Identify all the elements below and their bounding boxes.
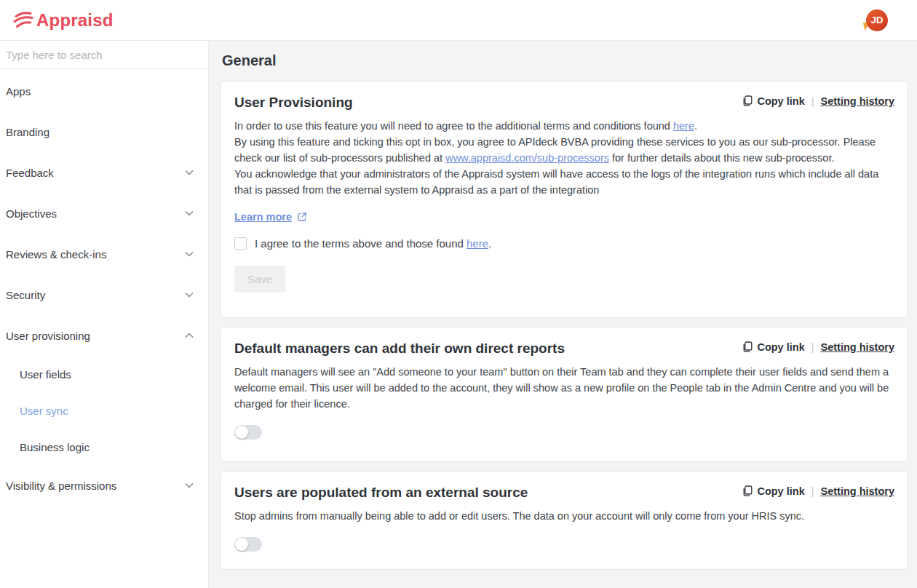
sidebar-item-label: Business logic <box>20 441 90 453</box>
chevron-down-icon <box>185 170 194 175</box>
card-description: Stop admins from manually being able to … <box>234 508 894 524</box>
settings-sidebar: Apps Branding Feedback Objectives Review… <box>0 41 209 588</box>
sidebar-item-apps[interactable]: Apps <box>0 71 208 111</box>
sidebar-item-label: Apps <box>6 85 31 98</box>
chevron-down-icon <box>185 251 194 257</box>
chevron-down-icon <box>185 292 194 298</box>
card-external-source: Users are populated from an external sou… <box>221 471 908 570</box>
sidebar-item-label: User fields <box>20 368 71 381</box>
app-header: Appraisd JD <box>0 0 917 41</box>
sidebar-item-user-fields[interactable]: User fields <box>0 356 208 392</box>
copy-link-button[interactable]: Copy link <box>742 485 804 497</box>
terms-paragraph-2: By using this feature and ticking this o… <box>234 134 894 166</box>
actions-divider: | <box>811 485 814 497</box>
terms-p1-text: In order to use this feature you will ne… <box>234 120 673 132</box>
terms-paragraph-1: In order to use this feature you will ne… <box>234 118 894 134</box>
sidebar-item-objectives[interactable]: Objectives <box>0 193 208 234</box>
sub-processors-link[interactable]: www.appraisd.com/sub-processors <box>445 152 609 164</box>
save-button[interactable]: Save <box>234 266 285 293</box>
sidebar-item-user-provisioning[interactable]: User provisioning <box>0 315 208 356</box>
agree-here-link[interactable]: here <box>467 237 488 250</box>
agree-row: I agree to the terms above and those fou… <box>234 237 894 250</box>
page-title: General <box>222 52 908 69</box>
card-user-provisioning: User Provisioning Copy link | Setting hi… <box>221 81 908 318</box>
user-avatar[interactable]: JD <box>866 9 888 31</box>
copy-link-label: Copy link <box>757 341 804 353</box>
agree-label: I agree to the terms above and those fou… <box>255 237 491 250</box>
agree-end: . <box>488 237 491 250</box>
sidebar-search <box>0 41 208 69</box>
card-title: User Provisioning <box>234 93 353 112</box>
actions-divider: | <box>811 341 814 353</box>
copy-icon <box>742 95 753 107</box>
sidebar-item-user-sync[interactable]: User sync <box>0 392 208 429</box>
appraisd-logo[interactable]: Appraisd <box>13 9 114 31</box>
copy-link-button[interactable]: Copy link <box>742 341 804 353</box>
external-source-toggle[interactable] <box>234 537 262 552</box>
copy-icon <box>742 341 753 353</box>
appraisd-logo-icon <box>13 9 33 31</box>
toggle-knob <box>235 426 248 439</box>
sidebar-item-label: Visibility & permissions <box>6 480 116 492</box>
copy-link-label: Copy link <box>757 485 804 497</box>
copy-icon <box>742 485 753 497</box>
setting-history-link[interactable]: Setting history <box>820 485 894 497</box>
terms-p3-text: You acknowledge that your administrators… <box>234 168 878 196</box>
card-title: Default managers can add their own direc… <box>234 339 565 358</box>
main-content: General User Provisioning Copy link <box>209 41 917 588</box>
card-actions: Copy link | Setting history <box>742 95 894 107</box>
appraisd-logo-text: Appraisd <box>36 10 114 31</box>
sidebar-item-business-logic[interactable]: Business logic <box>0 429 208 465</box>
sidebar-item-label: User sync <box>20 405 68 417</box>
card-description: Default managers will see an "Add someon… <box>234 364 894 412</box>
learn-more-row: Learn more <box>234 211 894 223</box>
sidebar-item-label: Reviews & check-ins <box>6 248 106 261</box>
sidebar-nav: Apps Branding Feedback Objectives Review… <box>0 69 208 506</box>
default-managers-toggle[interactable] <box>234 425 262 440</box>
card-actions: Copy link | Setting history <box>742 341 894 353</box>
sidebar-item-label: User provisioning <box>6 330 90 342</box>
setting-history-link[interactable]: Setting history <box>820 341 894 353</box>
learn-more-link[interactable]: Learn more <box>234 211 292 223</box>
setting-history-link[interactable]: Setting history <box>820 95 894 107</box>
sidebar-item-feedback[interactable]: Feedback <box>0 152 208 193</box>
chevron-up-icon <box>185 333 194 338</box>
sidebar-item-label: Objectives <box>6 207 57 220</box>
external-link-icon <box>297 212 307 222</box>
card-title: Users are populated from an external sou… <box>234 483 528 502</box>
search-input[interactable] <box>0 41 208 68</box>
terms-text: In order to use this feature you will ne… <box>234 118 894 198</box>
terms-here-link[interactable]: here <box>673 120 694 132</box>
sidebar-item-reviews-checkins[interactable]: Reviews & check-ins <box>0 234 208 274</box>
toggle-knob <box>235 538 248 551</box>
copy-link-label: Copy link <box>757 95 804 107</box>
terms-p1-end: . <box>694 120 697 132</box>
terms-paragraph-3: You acknowledge that your administrators… <box>234 166 894 198</box>
terms-p2-end: for further details about this new sub-p… <box>609 152 835 164</box>
sidebar-item-security[interactable]: Security <box>0 274 208 315</box>
sidebar-item-visibility-permissions[interactable]: Visibility & permissions <box>0 465 208 506</box>
card-default-managers: Default managers can add their own direc… <box>221 327 908 462</box>
sidebar-item-label: Security <box>6 289 45 301</box>
chevron-down-icon <box>185 482 194 488</box>
sidebar-item-branding[interactable]: Branding <box>0 111 208 152</box>
copy-link-button[interactable]: Copy link <box>742 95 804 107</box>
actions-divider: | <box>811 95 814 107</box>
sidebar-item-label: Branding <box>6 126 49 138</box>
chevron-down-icon <box>185 210 194 216</box>
sidebar-item-label: Feedback <box>6 167 54 179</box>
card-actions: Copy link | Setting history <box>742 485 894 497</box>
agree-text: I agree to the terms above and those fou… <box>255 237 467 250</box>
agree-checkbox[interactable] <box>234 237 247 250</box>
avatar-initials: JD <box>866 9 888 31</box>
